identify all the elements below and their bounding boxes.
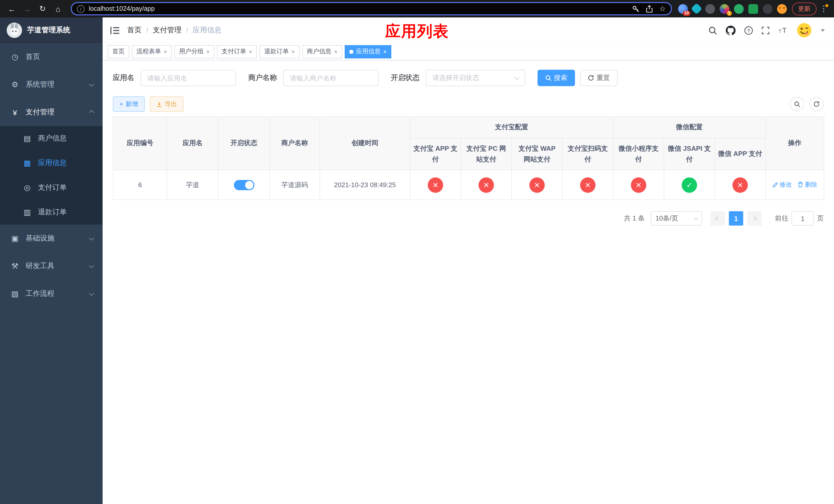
extension-badge: 1 bbox=[727, 10, 732, 16]
close-tab-icon[interactable]: × bbox=[383, 48, 387, 54]
search-icon bbox=[545, 75, 551, 81]
edit-button[interactable]: 修改 bbox=[772, 181, 792, 189]
back-button[interactable]: ← bbox=[5, 2, 19, 15]
help-icon[interactable]: ? bbox=[744, 26, 753, 35]
url-text[interactable]: localhost:1024/pay/app bbox=[89, 5, 628, 12]
tabs-bar: 首页 流程表单× 用户分组× 支付订单× 退款订单× 商户信息× 应用信息× bbox=[103, 43, 834, 61]
extension-icon-8[interactable] bbox=[777, 4, 787, 14]
status-toggle[interactable] bbox=[234, 180, 254, 190]
app-title: 芋道管理系统 bbox=[27, 26, 70, 35]
status-select-placeholder: 请选择开启状态 bbox=[432, 73, 479, 83]
passkey-icon[interactable] bbox=[632, 5, 640, 13]
next-page-button[interactable] bbox=[747, 211, 762, 226]
tab-refund-order[interactable]: 退款订单× bbox=[260, 45, 300, 58]
column-header-merchant: 商户名称 bbox=[269, 117, 320, 170]
close-tab-icon[interactable]: × bbox=[206, 48, 210, 54]
browser-menu-button[interactable]: ⋮ bbox=[819, 4, 829, 13]
extension-icon-1[interactable]: 10 bbox=[678, 4, 688, 14]
sidebar-item-app-info[interactable]: ▦ 应用信息 bbox=[0, 151, 103, 175]
close-tab-icon[interactable]: × bbox=[291, 48, 295, 54]
extension-icon-3[interactable] bbox=[705, 4, 715, 14]
merchant-name-input[interactable] bbox=[283, 70, 378, 86]
delete-button[interactable]: 删除 bbox=[798, 181, 817, 189]
status-select[interactable]: 请选择开启状态 bbox=[426, 70, 525, 86]
browser-update-button[interactable]: 更新 bbox=[792, 2, 816, 15]
top-navbar: 首页 / 支付管理 / 应用信息 ? bbox=[103, 18, 834, 43]
status-label: 开启状态 bbox=[391, 73, 420, 83]
sidebar-item-refund-order[interactable]: ▥ 退款订单 bbox=[0, 200, 103, 225]
breadcrumb-home[interactable]: 首页 bbox=[127, 26, 141, 35]
caret-down-icon[interactable] bbox=[821, 29, 825, 33]
tab-user-group[interactable]: 用户分组× bbox=[174, 45, 214, 58]
extension-icon-5[interactable] bbox=[734, 4, 744, 14]
share-icon[interactable] bbox=[646, 5, 653, 13]
sidebar-item-payment-management[interactable]: ¥ 支付管理 bbox=[0, 98, 103, 126]
tab-process-form[interactable]: 流程表单× bbox=[132, 45, 172, 58]
sidebar-item-label: 系统管理 bbox=[26, 80, 90, 89]
app-name-input[interactable] bbox=[140, 70, 236, 86]
reset-button[interactable]: 重置 bbox=[580, 70, 618, 86]
config-status-icon: ✕ bbox=[428, 177, 443, 192]
sidebar-item-pay-order[interactable]: ◎ 支付订单 bbox=[0, 175, 103, 200]
tab-label: 退款订单 bbox=[264, 47, 289, 56]
sidebar-item-infrastructure[interactable]: ▣ 基础设施 bbox=[0, 225, 103, 252]
sidebar-item-home[interactable]: ◷ 首页 bbox=[0, 43, 103, 71]
table-toolbar: + 新增 导出 bbox=[113, 96, 824, 112]
credit-card-icon: ▤ bbox=[23, 134, 32, 143]
fullscreen-icon[interactable] bbox=[762, 26, 769, 34]
breadcrumb-separator: / bbox=[146, 26, 148, 35]
site-info-icon[interactable]: i bbox=[77, 5, 85, 13]
tab-label: 用户分组 bbox=[179, 47, 204, 56]
close-tab-icon[interactable]: × bbox=[334, 48, 337, 54]
tab-pay-order[interactable]: 支付订单× bbox=[217, 45, 257, 58]
chevron-right-icon bbox=[752, 216, 757, 221]
extension-icon-6[interactable] bbox=[748, 4, 758, 14]
document-icon: ▥ bbox=[23, 208, 32, 217]
close-tab-icon[interactable]: × bbox=[249, 48, 253, 54]
add-button[interactable]: + 新增 bbox=[113, 96, 145, 112]
user-avatar[interactable] bbox=[796, 23, 812, 38]
toggle-search-button[interactable] bbox=[790, 97, 804, 111]
extension-icon-7[interactable] bbox=[763, 4, 772, 14]
search-button[interactable]: 搜索 bbox=[537, 70, 575, 86]
extension-icon-2[interactable] bbox=[690, 3, 702, 14]
breadcrumb-payment[interactable]: 支付管理 bbox=[153, 26, 181, 35]
prev-page-button[interactable] bbox=[710, 211, 725, 226]
font-size-icon[interactable]: TT bbox=[778, 26, 788, 35]
svg-text:T: T bbox=[782, 26, 787, 35]
column-header-alipay-pc: 支付宝 PC 网站支付 bbox=[461, 138, 512, 170]
bookmark-star-icon[interactable]: ☆ bbox=[659, 5, 666, 13]
sidebar-item-workflow[interactable]: ▧ 工作流程 bbox=[0, 280, 103, 307]
order-icon: ◎ bbox=[23, 183, 32, 192]
forward-button[interactable]: → bbox=[21, 2, 34, 15]
edit-label: 修改 bbox=[780, 181, 792, 189]
trash-icon bbox=[798, 182, 804, 188]
reload-button[interactable]: ↻ bbox=[36, 2, 49, 15]
url-bar[interactable]: i localhost:1024/pay/app ☆ bbox=[71, 2, 672, 15]
extension-icon-4[interactable]: 1 bbox=[720, 4, 729, 14]
hamburger-button[interactable] bbox=[103, 26, 127, 34]
tab-merchant-info[interactable]: 商户信息× bbox=[302, 45, 342, 58]
breadcrumb-separator: / bbox=[186, 26, 188, 35]
sidebar-item-system-management[interactable]: ⚙ 系统管理 bbox=[0, 71, 103, 98]
add-button-label: 新增 bbox=[126, 100, 138, 109]
extension-badge: 10 bbox=[683, 10, 690, 16]
yen-icon: ¥ bbox=[10, 108, 20, 117]
group-header-alipay: 支付宝配置 bbox=[410, 117, 613, 138]
chevron-down-icon bbox=[514, 75, 519, 80]
github-icon[interactable] bbox=[726, 25, 736, 35]
tab-app-info[interactable]: 应用信息× bbox=[345, 45, 391, 58]
close-tab-icon[interactable]: × bbox=[163, 48, 167, 54]
logo-avatar bbox=[7, 23, 22, 38]
goto-page-input[interactable] bbox=[791, 211, 814, 226]
sidebar-item-merchant-info[interactable]: ▤ 商户信息 bbox=[0, 126, 103, 151]
export-button[interactable]: 导出 bbox=[150, 96, 184, 112]
refresh-table-button[interactable] bbox=[809, 97, 824, 111]
tab-home[interactable]: 首页 bbox=[108, 45, 129, 58]
home-button[interactable]: ⌂ bbox=[51, 2, 65, 15]
sidebar-item-dev-tools[interactable]: ⚒ 研发工具 bbox=[0, 252, 103, 280]
column-header-status: 开启状态 bbox=[218, 117, 269, 170]
page-size-select[interactable]: 10条/页 bbox=[651, 211, 702, 226]
page-number-button[interactable]: 1 bbox=[729, 211, 743, 226]
search-icon[interactable] bbox=[708, 26, 717, 35]
